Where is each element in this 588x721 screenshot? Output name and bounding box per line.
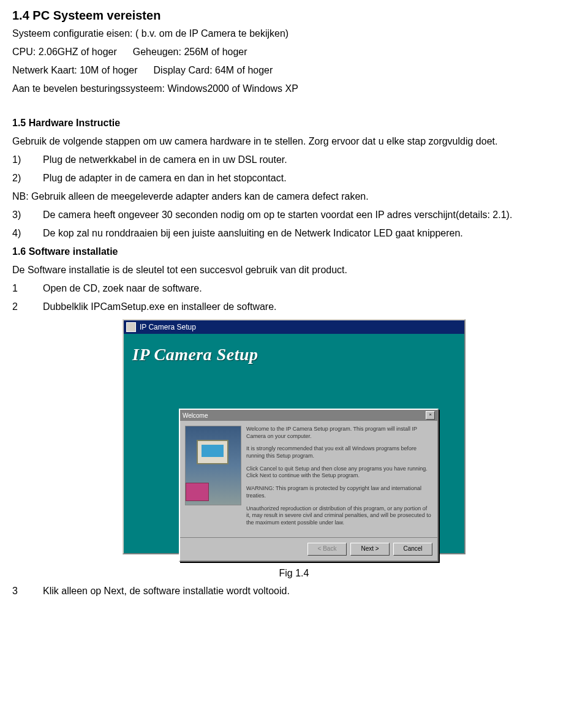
dialog-para: It is strongly recommended that you exit… <box>246 445 432 459</box>
list-item: 3) De camera heeft ongeveer 30 seconden … <box>12 208 576 222</box>
s14-os: Aan te bevelen besturingssysteem: Window… <box>12 81 576 96</box>
section-1-6-heading: 1.6 Software installatie <box>12 244 576 259</box>
s14-intro: Systeem configuratie eisen: ( b.v. om de… <box>12 26 576 41</box>
titlebar: IP Camera Setup <box>124 320 464 334</box>
disp-value: 64M of hoger <box>215 65 273 75</box>
s14-row-1: CPU: 2.06GHZ of hoger Geheugen: 256M of … <box>12 45 576 59</box>
item-text: Dubbelklik IPCamSetup.exe en installeer … <box>43 300 277 314</box>
list-item: 4) De kop zal nu ronddraaien bij een jui… <box>12 226 576 241</box>
dialog-para: Welcome to the IP Camera Setup program. … <box>246 426 432 440</box>
item-text: De camera heeft ongeveer 30 seconden nod… <box>43 208 512 222</box>
list-item: 3 Klik alleen op Next, de software insta… <box>12 584 576 598</box>
dialog-para: WARNING: This program is protected by co… <box>246 485 432 499</box>
list-item: 2) Plug de adapter in de camera en dan i… <box>12 171 576 186</box>
dialog-para: Unauthorized reproduction or distributio… <box>246 505 432 527</box>
item-text: Open de CD, zoek naar de software. <box>43 281 202 296</box>
disp-label: Display Card: <box>154 65 213 75</box>
close-icon[interactable]: × <box>426 411 435 420</box>
item-number: 1 <box>12 281 26 296</box>
net-value: 10M of hoger <box>80 65 137 75</box>
item-number: 2) <box>12 171 26 186</box>
item-number: 4) <box>12 226 26 241</box>
installer-window: IP Camera Setup IP Camera Setup Welcome … <box>123 319 576 554</box>
s15-nb: NB: Gebruik alleen de meegeleverde adapt… <box>12 189 576 204</box>
item-number: 3 <box>12 584 26 598</box>
item-number: 1) <box>12 153 26 167</box>
mem-label: Geheugen: <box>133 47 181 57</box>
item-text: Klik alleen op Next, de software install… <box>43 584 290 598</box>
wizard-image <box>185 426 241 505</box>
titlebar-text: IP Camera Setup <box>140 323 196 331</box>
item-text: Plug de adapter in de camera en dan in h… <box>43 171 287 186</box>
list-item: 1 Open de CD, zoek naar de software. <box>12 281 576 296</box>
s15-intro: Gebruik de volgende stappen om uw camera… <box>12 134 576 149</box>
next-button[interactable]: Next > <box>350 543 390 556</box>
item-number: 3) <box>12 208 26 222</box>
dialog-para: Click Cancel to quit Setup and then clos… <box>246 466 432 480</box>
item-text: De kop zal nu ronddraaien bij een juiste… <box>43 226 463 241</box>
list-item: 1) Plug de netwerkkabel in de camera en … <box>12 153 576 167</box>
cpu-value: 2.06GHZ of hoger <box>39 47 117 57</box>
cpu-label: CPU: <box>12 47 36 57</box>
back-button[interactable]: < Back <box>307 543 347 556</box>
mem-value: 256M of hoger <box>184 47 247 57</box>
item-text: Plug de netwerkkabel in de camera en in … <box>43 153 287 167</box>
item-number: 2 <box>12 300 26 314</box>
net-label: Netwerk Kaart: <box>12 65 77 75</box>
monitor-icon <box>197 440 228 464</box>
figure-caption: Fig 1.4 <box>12 568 576 579</box>
section-1-5-heading: 1.5 Hardware Instructie <box>12 116 576 130</box>
list-item: 2 Dubbelklik IPCamSetup.exe en installee… <box>12 300 576 314</box>
section-1-4-heading: 1.4 PC Systeem vereisten <box>12 9 576 23</box>
welcome-dialog: Welcome × Welcome to the IP Camera Setup… <box>179 409 439 562</box>
setup-heading: IP Camera Setup <box>124 334 464 369</box>
app-icon <box>126 322 136 332</box>
cancel-button[interactable]: Cancel <box>393 543 432 556</box>
s14-row-2: Netwerk Kaart: 10M of hoger Display Card… <box>12 63 576 78</box>
s16-intro: De Software installatie is de sleutel to… <box>12 263 576 277</box>
floppy-icon <box>186 483 209 501</box>
dialog-title: Welcome <box>183 412 208 419</box>
